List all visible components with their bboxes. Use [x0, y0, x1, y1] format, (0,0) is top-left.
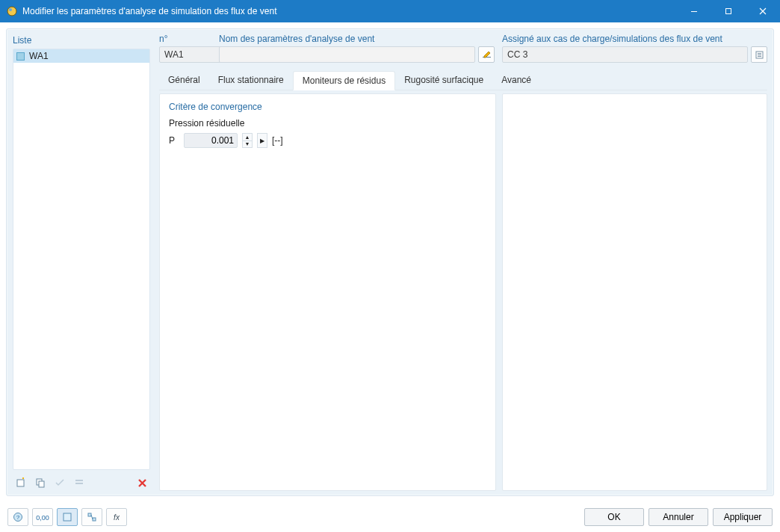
tab-body: Critère de convergence Pression résiduel… — [159, 93, 767, 491]
section-title: Critère de convergence — [169, 102, 486, 112]
name-input[interactable] — [219, 46, 475, 63]
footer: ? 0,00 fx OK Annuler Appliquer — [0, 502, 780, 532]
new-button[interactable] — [13, 474, 29, 491]
tab-general[interactable]: Général — [159, 71, 209, 90]
svg-rect-7 — [75, 480, 83, 481]
svg-point-1 — [9, 8, 12, 11]
tab-residual[interactable]: Moniteurs de résidus — [293, 71, 395, 90]
unit-label: [--] — [272, 135, 283, 146]
svg-rect-8 — [75, 483, 83, 484]
svg-rect-12 — [758, 55, 761, 55]
svg-text:0,00: 0,00 — [36, 514, 49, 522]
spinner-symbol: P — [169, 135, 179, 146]
cancel-button[interactable]: Annuler — [649, 508, 708, 526]
tabs: Général Flux stationnaire Moniteurs de r… — [159, 70, 767, 90]
delete-button[interactable] — [134, 474, 150, 491]
titlebar-buttons — [677, 0, 780, 22]
list-item-label: WA1 — [29, 51, 49, 61]
settings-button — [71, 474, 87, 491]
list-box[interactable]: WA1 — [13, 49, 150, 470]
name-field-group: Nom des paramètres d'analyse de vent — [219, 34, 495, 63]
svg-rect-11 — [758, 53, 761, 54]
svg-rect-3 — [726, 9, 731, 14]
spinner-row: P ▲ ▼ ▶ [--] — [169, 133, 486, 148]
svg-rect-18 — [88, 513, 91, 516]
spinner-down-icon[interactable]: ▼ — [242, 140, 253, 149]
tab-roughness[interactable]: Rugosité surfacique — [395, 71, 492, 90]
content-panel: Critère de convergence Pression résiduel… — [159, 93, 496, 491]
name-edit-button[interactable] — [478, 46, 495, 63]
number-label: n° — [159, 34, 211, 46]
ok-button[interactable]: OK — [584, 508, 644, 526]
spinner-side-button[interactable]: ▶ — [257, 133, 267, 148]
svg-text:fx: fx — [114, 513, 120, 522]
pressure-input[interactable] — [184, 133, 238, 148]
assign-edit-button[interactable] — [751, 46, 767, 63]
list-item-icon — [16, 52, 25, 61]
flow-toggle[interactable] — [81, 508, 102, 526]
svg-point-0 — [7, 7, 16, 16]
assign-label: Assigné aux cas de charge/simulations de… — [502, 34, 767, 46]
decimals-toggle[interactable]: 0,00 — [32, 508, 53, 526]
right-panel: n° Nom des paramètres d'analyse de vent — [156, 29, 773, 495]
pressure-label: Pression résiduelle — [169, 118, 486, 129]
assign-input[interactable] — [502, 46, 748, 63]
app-icon — [6, 5, 18, 17]
tab-steady[interactable]: Flux stationnaire — [209, 71, 293, 90]
check-button — [52, 474, 68, 491]
close-button[interactable] — [746, 0, 780, 22]
maximize-button[interactable] — [711, 0, 746, 22]
svg-rect-4 — [17, 480, 24, 486]
svg-rect-6 — [39, 481, 44, 487]
box-toggle[interactable] — [57, 508, 78, 526]
svg-text:?: ? — [16, 514, 20, 521]
svg-rect-13 — [758, 56, 761, 57]
fx-toggle[interactable]: fx — [106, 508, 127, 526]
side-panel — [502, 93, 767, 491]
main-area: Liste WA1 — [6, 28, 774, 496]
apply-button[interactable]: Appliquer — [713, 508, 773, 526]
window-body: Liste WA1 — [0, 22, 780, 532]
name-label: Nom des paramètres d'analyse de vent — [219, 34, 495, 46]
list-item[interactable]: WA1 — [13, 49, 149, 63]
window-title: Modifier les paramètres d'analyse de sim… — [22, 6, 677, 16]
left-panel: Liste WA1 — [7, 29, 156, 495]
number-field-group: n° — [159, 34, 211, 63]
spinner-up-icon[interactable]: ▲ — [242, 133, 253, 140]
copy-button[interactable] — [32, 474, 49, 491]
list-header: Liste — [13, 34, 150, 49]
top-fields: n° Nom des paramètres d'analyse de vent — [159, 34, 767, 63]
minimize-button[interactable] — [677, 0, 711, 22]
svg-rect-2 — [691, 11, 697, 12]
spinner-stepper[interactable]: ▲ ▼ — [242, 133, 253, 148]
tab-advanced[interactable]: Avancé — [492, 71, 540, 90]
help-toggle[interactable]: ? — [7, 508, 28, 526]
svg-rect-17 — [64, 513, 71, 521]
svg-rect-19 — [93, 518, 96, 521]
footer-tools: ? 0,00 fx — [7, 508, 127, 526]
assign-field-group: Assigné aux cas de charge/simulations de… — [502, 34, 767, 63]
list-toolbar — [13, 474, 150, 491]
titlebar: Modifier les paramètres d'analyse de sim… — [0, 0, 780, 22]
